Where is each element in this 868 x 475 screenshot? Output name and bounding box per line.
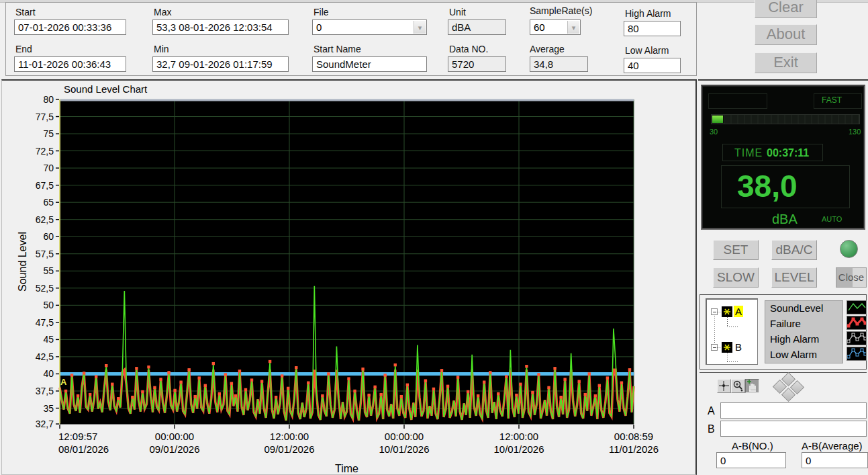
data-no-field[interactable] xyxy=(448,56,506,72)
dbac-button[interactable]: dBA/C xyxy=(771,240,817,260)
svg-text:45: 45 xyxy=(43,334,54,345)
line-style-icon[interactable] xyxy=(847,347,867,361)
start-field[interactable] xyxy=(14,19,126,35)
max-field[interactable] xyxy=(152,19,289,35)
legend-series-list[interactable]: SoundLevel Failure High Alarm Low Alarm xyxy=(765,300,843,363)
ab-avg-label: A-B(Average) xyxy=(802,440,863,451)
high-alarm-label: High Alarm xyxy=(625,8,671,19)
svg-text:Sound Level Chart: Sound Level Chart xyxy=(64,83,148,95)
line-style-icon[interactable] xyxy=(847,331,867,345)
svg-text:40: 40 xyxy=(43,368,54,379)
exit-button[interactable]: Exit xyxy=(755,52,817,73)
cursor-b-node[interactable]: B xyxy=(735,341,742,353)
line-style-icon[interactable] xyxy=(847,300,867,314)
svg-text:12:00:00: 12:00:00 xyxy=(499,431,538,442)
sound-level-chart[interactable]: 8077,57572,57067,56562,56057,55552,55047… xyxy=(2,81,695,474)
tree-collapse-icon[interactable] xyxy=(711,344,718,351)
svg-text:77,5: 77,5 xyxy=(36,112,54,122)
line-style-icon[interactable] xyxy=(847,316,867,330)
ab-no-field[interactable] xyxy=(716,452,786,468)
start-name-field[interactable] xyxy=(312,56,427,72)
cursor-node-icon xyxy=(722,342,732,353)
svg-text:00:00:00: 00:00:00 xyxy=(385,431,424,442)
svg-text:80: 80 xyxy=(43,94,54,105)
sound-meter-app: { "toolbar": { "start": { "label": "Star… xyxy=(0,0,868,475)
sample-rate-label: SampleRate(s) xyxy=(530,5,592,16)
low-alarm-field[interactable] xyxy=(624,58,681,73)
unit-label: Unit xyxy=(449,7,466,17)
svg-text:67,5: 67,5 xyxy=(36,180,54,191)
svg-text:A: A xyxy=(60,377,67,387)
svg-text:00:00:00: 00:00:00 xyxy=(155,431,194,442)
svg-text:10/01/2026: 10/01/2026 xyxy=(379,443,429,455)
sample-rate-value: 60 xyxy=(534,21,545,33)
slow-button[interactable]: SLOW xyxy=(713,267,759,288)
about-button[interactable]: About xyxy=(755,24,817,45)
svg-text:52,5: 52,5 xyxy=(36,283,54,294)
tree-collapse-icon[interactable] xyxy=(711,308,718,315)
cursor-a-field[interactable] xyxy=(720,402,867,419)
low-alarm-label: Low Alarm xyxy=(625,45,669,56)
data-no-label: Data NO. xyxy=(449,44,488,54)
cursor-b-field[interactable] xyxy=(720,421,867,437)
info-toolbar: Start End Max Min File 0 ▾ Start Name Un… xyxy=(5,2,697,76)
min-label: Min xyxy=(154,44,169,54)
analysis-panel: A B A-B(NO.) A-B(Average) xyxy=(700,372,867,475)
legend-item[interactable]: High Alarm xyxy=(765,332,842,347)
cursor-tree[interactable]: A B xyxy=(706,298,758,365)
level-bargraph-fill xyxy=(712,116,724,123)
zoom-tool-button[interactable] xyxy=(731,379,745,393)
set-button[interactable]: SET xyxy=(713,240,759,260)
legend-item[interactable]: SoundLevel xyxy=(765,301,842,316)
chevron-down-icon[interactable]: ▾ xyxy=(567,21,579,34)
ab-no-label: A-B(NO.) xyxy=(732,440,773,451)
ab-avg-field[interactable] xyxy=(802,452,868,468)
status-indicator-led xyxy=(840,240,858,258)
svg-text:60: 60 xyxy=(43,231,54,242)
average-label: Average xyxy=(530,44,565,54)
unit-field[interactable] xyxy=(448,19,506,35)
lcd-bezel xyxy=(708,93,767,109)
legend-item[interactable]: Failure xyxy=(765,316,842,332)
bar-min-label: 30 xyxy=(710,128,718,136)
start-label: Start xyxy=(15,7,36,17)
end-field[interactable] xyxy=(14,56,126,72)
chevron-down-icon[interactable]: ▾ xyxy=(414,21,426,34)
svg-text:08/01/2026: 08/01/2026 xyxy=(58,443,109,455)
min-field[interactable] xyxy=(152,56,289,72)
svg-text:42,5: 42,5 xyxy=(36,351,54,362)
end-label: End xyxy=(15,44,32,54)
svg-text:50: 50 xyxy=(43,300,54,310)
file-label: File xyxy=(314,7,329,17)
auto-range-label: AUTO xyxy=(822,215,842,223)
level-bargraph xyxy=(711,114,860,124)
unit-indicator: dBA xyxy=(772,212,798,227)
level-button[interactable]: LEVEL xyxy=(771,267,817,288)
cursor-b-label: B xyxy=(708,423,715,435)
svg-text:12:09:57: 12:09:57 xyxy=(58,431,97,442)
time-value: 00:37:11 xyxy=(767,147,809,159)
cursor-a-node[interactable]: A xyxy=(734,306,743,317)
pan-tool-button[interactable] xyxy=(745,379,759,393)
time-label: TIME xyxy=(734,147,763,159)
file-combobox[interactable]: 0 ▾ xyxy=(312,19,427,35)
svg-text:62,5: 62,5 xyxy=(36,214,54,225)
average-field[interactable] xyxy=(530,56,588,72)
svg-text:70: 70 xyxy=(43,163,54,173)
close-button[interactable]: Close xyxy=(836,267,867,288)
sample-rate-combobox[interactable]: 60 ▾ xyxy=(530,19,581,35)
fast-mode-label: FAST xyxy=(822,95,842,105)
cursor-tool-button[interactable] xyxy=(717,379,731,393)
bar-max-label: 130 xyxy=(849,128,861,136)
svg-text:Time: Time xyxy=(335,463,358,474)
svg-text:12:00:00: 12:00:00 xyxy=(270,431,309,442)
cursor-a-label: A xyxy=(708,405,715,417)
legend-item[interactable]: Low Alarm xyxy=(765,347,842,363)
svg-text:47,5: 47,5 xyxy=(36,317,54,328)
max-label: Max xyxy=(154,7,171,17)
svg-text:35: 35 xyxy=(43,403,54,414)
clear-button[interactable]: Clear xyxy=(755,0,817,18)
sound-level-value: 38,0 xyxy=(737,168,798,204)
high-alarm-field[interactable] xyxy=(624,21,681,36)
svg-text:32,7: 32,7 xyxy=(36,419,54,429)
